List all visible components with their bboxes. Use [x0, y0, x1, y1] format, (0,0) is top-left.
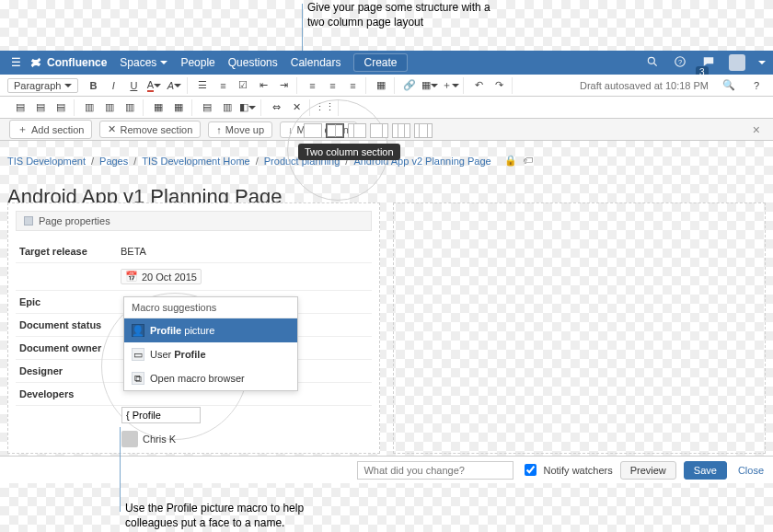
table-numbered-button[interactable]: ⋮⋮ [316, 99, 334, 116]
page-layout-button[interactable]: ▦ [372, 77, 390, 94]
table-button[interactable]: ▦ [421, 77, 439, 94]
redo-button[interactable]: ↷ [490, 77, 508, 94]
user-profile-icon: ▭ [132, 348, 144, 361]
help-icon[interactable]: ? [674, 55, 688, 70]
breadcrumb: TIS Development / Pages / TIS Developmen… [7, 155, 533, 167]
paragraph-style-select[interactable]: Paragraph [7, 78, 78, 93]
split-cells-button[interactable]: ▦ [169, 99, 188, 116]
brand-text: Confluence [47, 56, 107, 69]
insert-more-button[interactable]: ＋ [441, 77, 459, 94]
layout-1col[interactable] [304, 123, 322, 138]
global-nav: ☰ Confluence Spaces People Questions Cal… [0, 51, 773, 75]
developer-avatar [121, 431, 138, 447]
bold-button[interactable]: B [84, 77, 102, 94]
align-center-button[interactable]: ≡ [323, 77, 341, 94]
annotation-top: Give your page some structure with a two… [307, 0, 491, 29]
right-column[interactable] [393, 202, 766, 454]
preview-button[interactable]: Preview [620, 461, 676, 480]
task-list-button[interactable]: ☑ [234, 77, 252, 94]
page-properties-icon [24, 216, 33, 226]
crumb-0[interactable]: TIS Development [7, 156, 86, 167]
table-row: Target releaseBETA [16, 240, 372, 263]
editor-toolbar-2: ▤ ▤ ▤ ▥ ▥ ▥ ▦ ▦ ▤ ▥ ◧ ⇔ ✕ ⋮⋮ [0, 97, 773, 119]
indent-button[interactable]: ⇥ [274, 77, 293, 94]
brand[interactable]: Confluence [29, 56, 107, 69]
layout-3col[interactable] [392, 123, 410, 138]
page-properties-header: Page properties [16, 211, 372, 231]
bullet-list-button[interactable]: ☰ [193, 77, 212, 94]
layout-tooltip: Two column section [298, 144, 400, 160]
developer-name: Chris K [143, 434, 176, 445]
nav-menu: Spaces People Questions Calendars [120, 56, 340, 69]
notifications-icon[interactable]: 3 [701, 55, 716, 70]
italic-button[interactable]: I [104, 77, 122, 94]
macro-item-profile-picture[interactable]: 👤 Profile picture [124, 318, 297, 342]
macro-autocomplete-input[interactable] [121, 407, 201, 423]
remove-section-button[interactable]: ✕ Remove section [99, 121, 201, 138]
editor-footer: Notify watchers Preview Save Close [0, 456, 773, 483]
outdent-button[interactable]: ⇤ [254, 77, 272, 94]
find-replace-button[interactable]: 🔍 [720, 77, 738, 94]
macro-item-open-browser[interactable]: ⧉ Open macro browser [124, 366, 297, 390]
app-switcher-icon[interactable]: ☰ [7, 56, 24, 69]
nav-questions[interactable]: Questions [228, 56, 278, 69]
annotation-top-text: Give your page some structure with a two… [307, 1, 490, 29]
macro-browser-icon: ⧉ [132, 372, 144, 385]
undo-button[interactable]: ↶ [469, 77, 488, 94]
user-avatar[interactable] [729, 54, 745, 71]
col-insert-right-button[interactable]: ▥ [100, 99, 119, 116]
row-insert-above-button[interactable]: ▤ [11, 99, 29, 116]
layout-2col-right[interactable] [370, 123, 388, 138]
text-color-button[interactable]: A [144, 77, 163, 94]
date-macro[interactable]: 📅 20 Oct 2015 [121, 269, 202, 284]
align-left-button[interactable]: ≡ [303, 77, 321, 94]
more-formatting-button[interactable]: A [165, 77, 183, 94]
layout-2col[interactable] [326, 123, 344, 138]
search-icon[interactable] [646, 55, 661, 70]
row-delete-button[interactable]: ▤ [52, 99, 70, 116]
merge-cells-button[interactable]: ▦ [149, 99, 167, 116]
annotation-bottom-text: Use the Profile picture macro to help co… [125, 502, 304, 529]
nav-calendars[interactable]: Calendars [291, 56, 341, 69]
table-width-button[interactable]: ⇔ [267, 99, 285, 116]
col-delete-button[interactable]: ▥ [121, 99, 139, 116]
svg-point-0 [648, 57, 654, 64]
nav-people[interactable]: People [180, 56, 214, 69]
close-link[interactable]: Close [738, 465, 764, 476]
svg-line-1 [654, 64, 657, 66]
layout-2col-left[interactable] [348, 123, 366, 138]
help-editor-button[interactable]: ? [747, 77, 766, 94]
macro-suggestions-header: Macro suggestions [124, 297, 297, 318]
crumb-2[interactable]: TIS Development Home [142, 156, 249, 167]
labels-icon[interactable]: 🏷 [523, 155, 533, 167]
restrictions-icon[interactable]: 🔒 [504, 155, 517, 167]
crumb-1[interactable]: Pages [99, 156, 128, 167]
row-insert-below-button[interactable]: ▤ [31, 99, 50, 116]
nav-spaces[interactable]: Spaces [120, 56, 167, 69]
align-right-button[interactable]: ≡ [343, 77, 362, 94]
autosave-status: Draft autosaved at 10:18 PM [580, 80, 709, 91]
link-button[interactable]: 🔗 [400, 77, 419, 94]
number-list-button[interactable]: ≡ [213, 77, 232, 94]
notify-watchers-checkbox[interactable]: Notify watchers [521, 461, 612, 479]
page-properties-title: Page properties [39, 215, 110, 226]
table-delete-button[interactable]: ✕ [287, 99, 306, 116]
table-row: 📅 20 Oct 2015 [16, 263, 372, 291]
cell-bg-button[interactable]: ◧ [238, 99, 257, 116]
developer-mention[interactable]: Chris K [121, 431, 176, 447]
editor-toolbar-1: Paragraph B I U A A ☰ ≡ ☑ ⇤ ⇥ ≡ ≡ ≡ ▦ 🔗 … [0, 75, 773, 97]
add-section-button[interactable]: ＋ Add section [9, 120, 92, 139]
heading-row-button[interactable]: ▤ [198, 99, 216, 116]
macro-suggestions-dropdown: Macro suggestions 👤 Profile picture ▭ Us… [123, 296, 298, 391]
create-button[interactable]: Create [353, 53, 407, 72]
layout-3col-sidebars[interactable] [414, 123, 433, 138]
col-insert-left-button[interactable]: ▥ [80, 99, 98, 116]
save-button[interactable]: Save [684, 461, 727, 480]
underline-button[interactable]: U [124, 77, 143, 94]
macro-item-user-profile[interactable]: ▭ User Profile [124, 342, 297, 366]
layout-close-button[interactable]: × [749, 122, 764, 137]
profile-picture-icon: 👤 [132, 324, 144, 337]
version-comment-input[interactable] [357, 461, 513, 480]
heading-col-button[interactable]: ▥ [218, 99, 237, 116]
move-up-button[interactable]: ↑ Move up [208, 121, 272, 138]
